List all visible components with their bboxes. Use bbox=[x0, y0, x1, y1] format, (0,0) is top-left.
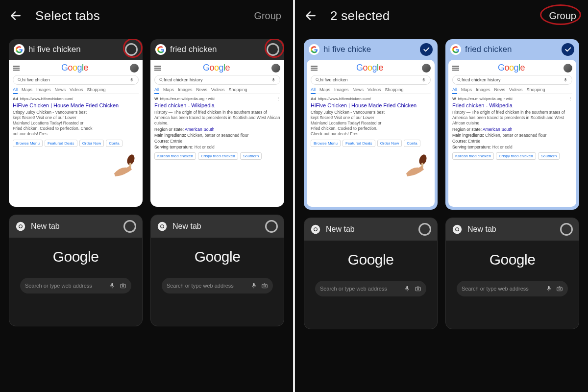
tab-thumbnail: Google fried chicken history AllMapsImag… bbox=[150, 60, 284, 207]
chicken-hand-icon bbox=[402, 153, 432, 177]
chrome-icon bbox=[157, 221, 168, 232]
tab-thumbnail: Google hi five chicken AllMapsImagesNews… bbox=[307, 60, 435, 207]
mic-icon bbox=[404, 285, 411, 292]
arrow-left-icon bbox=[304, 9, 317, 22]
svg-point-36 bbox=[456, 228, 459, 231]
camera-icon bbox=[415, 285, 421, 292]
select-toggle[interactable] bbox=[562, 43, 574, 56]
svg-line-21 bbox=[318, 80, 319, 82]
group-button[interactable]: Group bbox=[546, 8, 579, 24]
svg-rect-17 bbox=[253, 283, 255, 286]
svg-point-19 bbox=[264, 285, 266, 287]
camera-icon bbox=[261, 282, 268, 289]
avatar-icon bbox=[271, 64, 280, 73]
select-toggle[interactable] bbox=[123, 220, 136, 233]
group-button[interactable]: Group bbox=[251, 8, 284, 24]
google-favicon-icon bbox=[309, 44, 319, 55]
omnibox[interactable]: Search or type web address bbox=[457, 281, 568, 296]
omnibox[interactable]: Search or type web address bbox=[20, 278, 131, 294]
mic-icon bbox=[129, 77, 134, 82]
check-icon bbox=[422, 46, 430, 53]
svg-line-26 bbox=[460, 80, 461, 82]
select-toggle[interactable] bbox=[418, 223, 431, 236]
hamburger-icon bbox=[154, 66, 161, 71]
new-tab-card[interactable]: New tab Google Search or type web addres… bbox=[445, 218, 579, 329]
svg-point-16 bbox=[161, 225, 164, 228]
check-icon bbox=[564, 46, 572, 53]
svg-point-5 bbox=[160, 78, 162, 81]
topbar: Select tabs Group bbox=[0, 0, 293, 31]
phone-left: Select tabs Group hi five chicken Google bbox=[0, 0, 293, 392]
page-title: Select tabs bbox=[35, 8, 251, 24]
svg-rect-37 bbox=[548, 286, 550, 289]
svg-rect-7 bbox=[273, 78, 274, 80]
svg-line-6 bbox=[162, 80, 163, 82]
tab-title: fried chicken bbox=[465, 45, 558, 54]
select-toggle[interactable] bbox=[267, 43, 279, 56]
google-favicon-icon bbox=[450, 44, 461, 55]
tab-card[interactable]: fried chicken Google fried chicken histo… bbox=[445, 39, 579, 210]
back-button[interactable] bbox=[304, 9, 318, 23]
camera-icon bbox=[556, 285, 563, 292]
svg-rect-22 bbox=[423, 78, 425, 80]
tab-card[interactable]: fried chicken Google fried chicken histo… bbox=[150, 39, 284, 207]
new-tab-card[interactable]: New tab Google Search or type web addres… bbox=[9, 215, 143, 326]
camera-icon bbox=[120, 282, 126, 289]
page-title: 2 selected bbox=[330, 8, 546, 24]
google-logo-icon: Google bbox=[203, 63, 230, 73]
omnibox[interactable]: Search or type web address bbox=[162, 278, 273, 294]
avatar-icon bbox=[130, 64, 139, 73]
mic-icon bbox=[545, 285, 552, 292]
omnibox[interactable]: Search or type web address bbox=[315, 281, 426, 296]
google-logo-icon: Google bbox=[61, 63, 88, 73]
google-favicon-icon bbox=[14, 44, 24, 55]
tab-thumbnail: Google fried chicken history AllMapsImag… bbox=[448, 60, 576, 207]
svg-point-33 bbox=[417, 288, 419, 290]
tab-title: hi five chicken bbox=[28, 45, 121, 54]
svg-rect-38 bbox=[557, 287, 563, 291]
google-favicon-icon bbox=[155, 44, 166, 55]
mic-icon bbox=[271, 77, 276, 82]
tab-thumbnail: Google hi five chicken AllMapsImagesNews… bbox=[9, 60, 143, 207]
search-bar: hi five chicken bbox=[13, 75, 139, 85]
svg-rect-18 bbox=[262, 284, 268, 288]
svg-rect-32 bbox=[416, 287, 421, 291]
svg-point-20 bbox=[316, 78, 318, 81]
tab-card[interactable]: hi five chicken Google hi five chicken bbox=[9, 39, 143, 207]
tab-grid: hi five chicken Google hi five chicken bbox=[0, 31, 293, 334]
select-toggle[interactable] bbox=[125, 43, 138, 56]
select-toggle[interactable] bbox=[265, 220, 278, 233]
svg-point-13 bbox=[122, 285, 124, 287]
search-icon bbox=[159, 77, 164, 82]
svg-point-10 bbox=[19, 225, 22, 228]
back-button[interactable] bbox=[9, 9, 23, 23]
tab-title: fried chicken bbox=[170, 45, 263, 54]
arrow-left-icon bbox=[9, 9, 22, 22]
svg-rect-31 bbox=[406, 286, 408, 289]
tab-title: New tab bbox=[31, 222, 119, 231]
svg-rect-2 bbox=[131, 78, 133, 80]
google-wordmark: Google bbox=[53, 248, 99, 265]
phone-right: 2 selected Group hi five chicke Google h… bbox=[295, 0, 588, 392]
svg-rect-12 bbox=[121, 284, 126, 288]
tab-card[interactable]: hi five chicke Google hi five chicken Al… bbox=[304, 39, 438, 210]
chicken-hand-icon bbox=[110, 153, 140, 177]
mic-icon bbox=[250, 282, 257, 289]
search-icon bbox=[17, 77, 22, 82]
select-toggle[interactable] bbox=[420, 43, 433, 56]
svg-point-25 bbox=[458, 78, 460, 81]
select-toggle[interactable] bbox=[560, 223, 573, 236]
hamburger-icon bbox=[13, 66, 20, 71]
new-tab-card[interactable]: New tab Google Search or type web addres… bbox=[304, 218, 438, 329]
svg-rect-27 bbox=[565, 78, 566, 80]
svg-point-39 bbox=[559, 288, 561, 290]
svg-point-30 bbox=[314, 228, 317, 231]
svg-rect-11 bbox=[111, 283, 113, 286]
chrome-icon bbox=[452, 224, 463, 235]
new-tab-card[interactable]: New tab Google Search or type web addres… bbox=[150, 215, 284, 326]
tab-title: hi five chicke bbox=[323, 45, 416, 54]
chrome-icon bbox=[15, 221, 26, 232]
svg-line-1 bbox=[20, 80, 22, 82]
chrome-icon bbox=[310, 224, 321, 235]
sitelinks: Browse MenuFeatured DealsOrder NowConta bbox=[13, 140, 139, 147]
